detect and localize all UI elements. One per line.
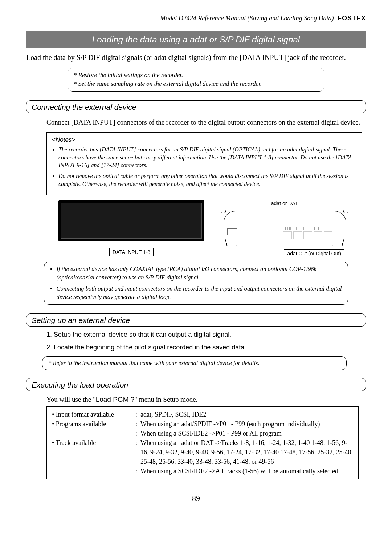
dat-label: adat or DAT [271, 200, 298, 206]
spec-label-input: • Input format available [52, 410, 135, 419]
load-intro-pre: You will use the " [46, 396, 96, 403]
spec-row-track: • Track available : When using an adat o… [52, 438, 353, 466]
setup-step-2: Locate the beginning of the pilot signal… [54, 344, 362, 351]
notes-box: <Notes> The recorder has [DATA INPUT] co… [46, 132, 362, 195]
setup-steps-list: Setup the external device so that it can… [46, 331, 362, 351]
section-setting-up-heading: Setting up an external device [26, 313, 366, 327]
header-text: Model D2424 Reference Manual (Saving and… [160, 15, 334, 22]
setup-step-1: Setup the external device so that it can… [54, 331, 362, 339]
connection-diagram: DATA INPUT 1-8 adat or DAT [46, 200, 362, 258]
callout-data-input: DATA INPUT 1-8 [109, 248, 154, 256]
post-note-2: Connecting both output and input connect… [57, 284, 342, 301]
spec-val-programs-1: When using an adat/SPDIF ->P01 - P99 (ea… [140, 419, 353, 429]
section-connecting-heading: Connecting the external device [26, 100, 366, 113]
connecting-body: Connect [DATA INPUT] connectors of the r… [46, 118, 362, 127]
load-intro-post: " menu in Setup mode. [134, 396, 197, 403]
page-header: Model D2424 Reference Manual (Saving and… [26, 15, 366, 22]
load-intro-menu: Load PGM ? [96, 396, 135, 403]
restore-line-2: * Set the same sampling rate on the exte… [74, 80, 318, 88]
recorder-illustration [58, 200, 204, 241]
reference-box: * Refer to the instruction manual that c… [42, 356, 347, 370]
restore-line-1: * Restore the initial settings on the re… [74, 71, 318, 80]
callout-adat-out: adat Out (or Digital Out) [284, 249, 344, 258]
spec-val-track-1: When using an adat or DAT ->Tracks 1-8, … [140, 438, 353, 466]
load-intro: You will use the "Load PGM ?" menu in Se… [46, 396, 366, 404]
restore-settings-box: * Restore the initial settings on the re… [68, 68, 324, 92]
spec-val-track-2: When using a SCSI/IDE2 ->All tracks (1-5… [140, 466, 353, 476]
page-number: 89 [26, 494, 366, 503]
section-executing-heading: Executing the load operation [26, 378, 366, 391]
note-item-1: The recorder has [DATA INPUT] connectors… [58, 146, 357, 169]
spec-row-programs-2: : When using a SCSI/IDE2 ->P01 - P99 or … [52, 429, 353, 438]
spec-row-track-2: : When using a SCSI/IDE2 ->All tracks (1… [52, 466, 353, 476]
intro-paragraph: Load the data by S/P DIF digital signals… [26, 53, 366, 62]
dat-illustration [219, 208, 350, 244]
note-item-2: Do not remove the optical cable or perfo… [58, 172, 357, 188]
spec-table: • Input format available : adat, SPDIF, … [46, 406, 359, 479]
post-note-1: If the external device has only COAXIAL … [57, 265, 342, 281]
spec-val-programs-2: When using a SCSI/IDE2 ->P01 - P99 or Al… [140, 429, 353, 438]
spec-row-input-format: • Input format available : adat, SPDIF, … [52, 410, 353, 419]
spec-val-input: adat, SPDIF, SCSI, IDE2 [140, 410, 353, 419]
brand-logo: FOSTEX [335, 15, 366, 22]
spec-label-programs: • Programs available [52, 419, 135, 429]
post-diagram-notes-box: If the external device has only COAXIAL … [44, 262, 348, 304]
spec-label-track: • Track available [52, 438, 135, 447]
title-bar: Loading the data using a adat or S/P DIF… [26, 31, 366, 48]
spec-row-programs: • Programs available : When using an ada… [52, 419, 353, 429]
notes-title: <Notes> [52, 136, 357, 143]
